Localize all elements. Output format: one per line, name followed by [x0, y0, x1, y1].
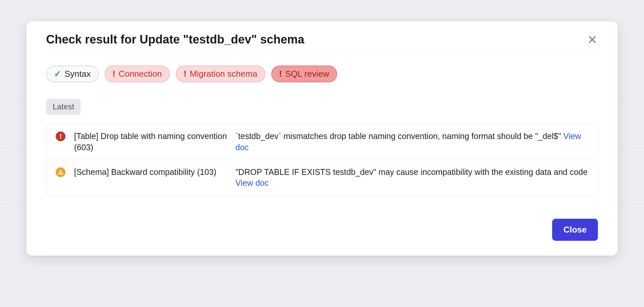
result-description-text: "DROP TABLE IF EXISTS testdb_dev" may ca… [235, 167, 588, 177]
result-row: [Schema] Backward compatibility (103) "D… [46, 160, 598, 196]
chip-label: Syntax [65, 69, 91, 79]
svg-point-3 [61, 173, 61, 174]
chip-migration-schema[interactable]: ! Migration schema [176, 66, 265, 82]
modal-title: Check result for Update "testdb_dev" sch… [46, 33, 304, 46]
modal-header: Check result for Update "testdb_dev" sch… [46, 21, 598, 54]
error-icon: ! [56, 131, 66, 141]
filter-row: Latest [46, 99, 598, 115]
result-description: "DROP TABLE IF EXISTS testdb_dev" may ca… [235, 167, 588, 189]
close-button[interactable]: Close [552, 219, 598, 241]
check-result-modal: Check result for Update "testdb_dev" sch… [26, 21, 618, 256]
row-severity-icon-wrap: ! [56, 131, 67, 141]
result-description-text: `testdb_dev` mismatches drop table namin… [235, 131, 561, 141]
modal-footer: Close [46, 196, 598, 241]
exclamation-icon: ! [184, 69, 187, 79]
warning-icon [56, 167, 66, 177]
result-description: `testdb_dev` mismatches drop table namin… [235, 131, 588, 153]
view-doc-link[interactable]: View doc [235, 178, 269, 187]
chip-label: Migration schema [190, 69, 257, 79]
exclamation-icon: ! [113, 69, 116, 79]
chip-label: Connection [119, 69, 162, 79]
triangle-exclamation-icon [58, 169, 64, 175]
latest-filter[interactable]: Latest [46, 99, 81, 115]
chip-label: SQL review [285, 69, 329, 79]
result-rule-title: [Schema] Backward compatibility (103) [74, 167, 229, 178]
chip-connection[interactable]: ! Connection [105, 66, 170, 82]
check-icon: ✓ [54, 69, 61, 79]
exclamation-icon: ! [279, 69, 282, 79]
close-icon-button[interactable] [587, 34, 598, 45]
result-rule-title: [Table] Drop table with naming conventio… [74, 131, 229, 153]
results-table: ! [Table] Drop table with naming convent… [46, 124, 598, 196]
result-row: ! [Table] Drop table with naming convent… [46, 124, 598, 160]
check-category-chips: ✓ Syntax ! Connection ! Migration schema… [46, 54, 598, 82]
chip-syntax[interactable]: ✓ Syntax [46, 66, 99, 82]
close-icon [587, 35, 597, 44]
chip-sql-review[interactable]: ! SQL review [271, 66, 337, 82]
row-severity-icon-wrap [56, 167, 67, 177]
